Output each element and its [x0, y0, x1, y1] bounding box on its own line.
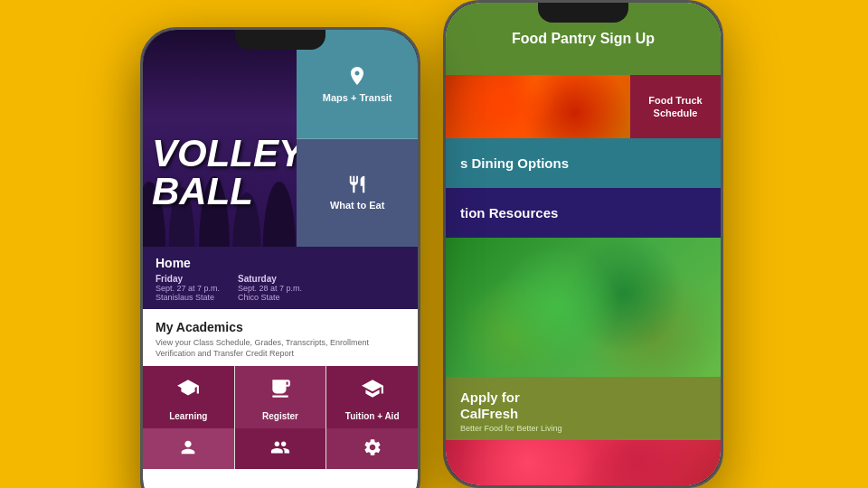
nutrition-resources-section[interactable]: tion Resources: [446, 188, 721, 238]
grid-tile-6[interactable]: [326, 428, 418, 469]
register-label: Register: [262, 411, 298, 421]
learning-icon: [176, 377, 200, 406]
screen-left: VOLLEYBALL Maps + Transit What to Eat: [143, 30, 418, 488]
notch-right: [538, 3, 628, 23]
strawberry-photo: [446, 440, 721, 485]
person-icon: [178, 437, 198, 462]
food-truck-box[interactable]: Food Truck Schedule: [630, 75, 721, 138]
academics-title: My Academics: [156, 320, 405, 334]
home-title: Home: [156, 256, 405, 270]
calfresh-subtitle: Better Food for Better Living: [460, 424, 706, 433]
game2-opponent: Chico State: [238, 293, 302, 302]
food-pantry-title: Food Pantry Sign Up: [512, 30, 655, 47]
food-photo: [446, 75, 630, 138]
academics-section: My Academics View your Class Schedule, G…: [143, 309, 418, 366]
grid-tile-4[interactable]: [143, 428, 234, 469]
people-icon: [270, 437, 290, 462]
phone-left: VOLLEYBALL Maps + Transit What to Eat: [140, 27, 420, 488]
game2-date: Sept. 28 at 7 p.m.: [238, 284, 302, 293]
what-to-eat-tile[interactable]: What to Eat: [297, 139, 418, 248]
graduation-cap-icon: [361, 377, 384, 406]
notch-left: [235, 30, 326, 50]
dining-options-label: s Dining Options: [460, 155, 569, 171]
icon-grid-row2: [143, 428, 418, 469]
register-tile[interactable]: Register: [235, 366, 326, 428]
icon-grid-row1: Learning Register Tuition + Aid: [143, 366, 418, 428]
grid-tile-5[interactable]: [235, 428, 326, 469]
game1-opponent: Stanislaus State: [156, 293, 220, 302]
maps-transit-label: Maps + Transit: [323, 92, 392, 103]
settings-icon: [363, 437, 382, 462]
register-icon: [269, 377, 292, 406]
home-games: Friday Sept. 27 at 7 p.m. Stanislaus Sta…: [156, 274, 405, 302]
game1-date: Sept. 27 at 7 p.m.: [156, 284, 220, 293]
food-truck-label: Food Truck Schedule: [637, 94, 713, 120]
location-pin-icon: [346, 65, 368, 87]
fork-knife-icon: [347, 174, 367, 194]
hero-background: VOLLEYBALL: [143, 30, 307, 247]
hero-section: VOLLEYBALL Maps + Transit What to Eat: [143, 30, 418, 247]
calfresh-title: Apply forCalFresh: [460, 389, 706, 422]
fruit-photo: [446, 238, 721, 377]
game1-day: Friday: [156, 274, 220, 284]
screen-right: Food Pantry Sign Up Food Truck Schedule …: [446, 3, 721, 485]
what-to-eat-label: What to Eat: [330, 200, 385, 211]
food-photo-row: Food Truck Schedule: [446, 75, 721, 138]
game-info-2: Saturday Sept. 28 at 7 p.m. Chico State: [238, 274, 302, 302]
learning-label: Learning: [169, 411, 207, 421]
learning-tile[interactable]: Learning: [143, 366, 234, 428]
hero-right-panel: Maps + Transit What to Eat: [297, 30, 418, 247]
phone-right: Food Pantry Sign Up Food Truck Schedule …: [443, 0, 723, 488]
tuition-tile[interactable]: Tuition + Aid: [326, 366, 418, 428]
game-info-1: Friday Sept. 27 at 7 p.m. Stanislaus Sta…: [156, 274, 220, 302]
tuition-label: Tuition + Aid: [345, 411, 400, 421]
academics-description: View your Class Schedule, Grades, Transc…: [156, 338, 405, 359]
home-section: Home Friday Sept. 27 at 7 p.m. Stanislau…: [143, 247, 418, 309]
nutrition-label: tion Resources: [460, 205, 558, 221]
dining-options-section[interactable]: s Dining Options: [446, 138, 721, 188]
calfresh-section[interactable]: Apply forCalFresh Better Food for Better…: [446, 377, 721, 440]
game2-day: Saturday: [238, 274, 302, 284]
volleyball-text: VOLLEYBALL: [143, 135, 304, 211]
